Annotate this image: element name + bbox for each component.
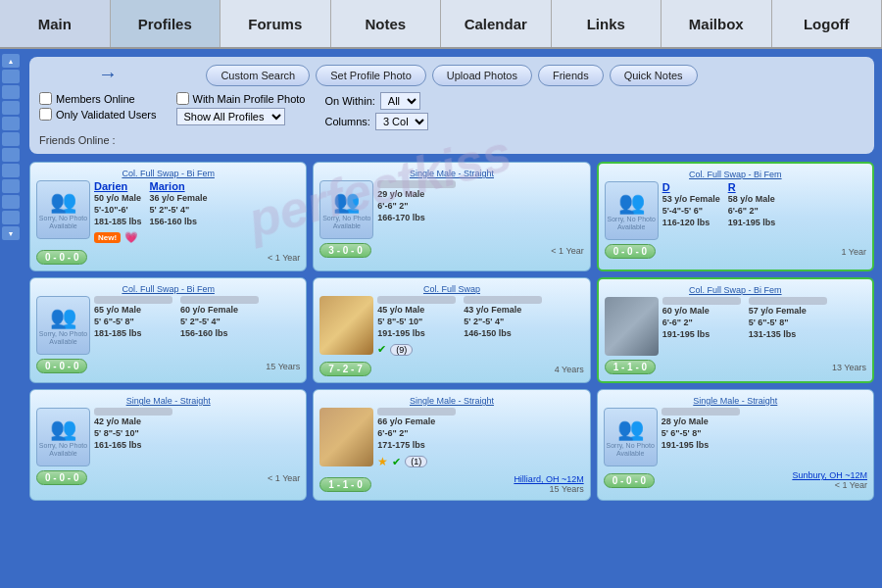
sidebar-btn-2[interactable] xyxy=(2,70,20,83)
footer-right: 1 Year xyxy=(841,247,866,257)
friends-button[interactable]: Friends xyxy=(538,65,604,86)
height-2: 5' 2"-5' 4" xyxy=(180,317,259,326)
no-photo-text: Sorry, No Photo Available xyxy=(606,216,658,232)
quick-notes-button[interactable]: Quick Notes xyxy=(610,65,698,86)
nav-profiles[interactable]: Profiles xyxy=(111,0,221,47)
score-badge: 0 - 0 - 0 xyxy=(36,359,87,373)
profile-type[interactable]: Single Male - Straight xyxy=(604,396,867,406)
location-link[interactable]: Sunbury, OH ~12M xyxy=(792,470,867,480)
search-bar: ← Custom Search Set Profile Photo Upload… xyxy=(29,57,874,154)
extra-top: ✔(9) xyxy=(377,343,583,356)
upload-photos-button[interactable]: Upload Photos xyxy=(432,65,532,86)
weight-1: 166-170 lbs xyxy=(377,213,456,222)
name-link-2[interactable]: Marion xyxy=(150,180,208,192)
sidebar-btn-6[interactable] xyxy=(2,132,20,146)
person-names: 42 y/o Male 5' 8"-5' 10" 161-165 lbs xyxy=(94,408,300,451)
profile-type[interactable]: Col. Full Swap - Bi Fem xyxy=(36,284,300,294)
score-badge: 7 - 2 - 7 xyxy=(319,362,370,376)
profile-type[interactable]: Col. Full Swap - Bi Fem xyxy=(36,169,300,178)
person-names: 28 y/o Male 5' 6"-5' 8" 191-195 lbs xyxy=(662,408,867,451)
person-names: 45 y/o Male 5' 8"-5' 10" 191-195 lbs 43 … xyxy=(377,296,583,339)
sidebar-btn-9[interactable] xyxy=(2,179,20,193)
on-within-select[interactable]: All xyxy=(380,92,420,110)
height-2: 5' 2"-5' 4" xyxy=(464,317,542,326)
nav-logoff[interactable]: Logoff xyxy=(772,0,883,47)
height-1: 6'-6" 2" xyxy=(662,318,741,327)
photo-placeholder: 👥 Sorry, No Photo Available xyxy=(604,408,658,466)
height-2: 5' 6"-5' 8" xyxy=(749,318,827,327)
photo-filter-group: With Main Profile Photo Show All Profile… xyxy=(176,92,306,125)
nav-forums[interactable]: Forums xyxy=(220,0,331,47)
no-photo-text: Sorry, No Photo Available xyxy=(320,215,372,231)
with-main-photo-checkbox[interactable] xyxy=(176,92,189,105)
time-text: 1 Year xyxy=(841,247,866,257)
with-main-photo-label: With Main Profile Photo xyxy=(193,93,306,105)
sidebar-btn-8[interactable] xyxy=(2,164,20,177)
left-sidebar: ▲ ▼ xyxy=(0,49,22,588)
sidebar-btn-7[interactable] xyxy=(2,148,20,162)
score-badge: 1 - 1 - 0 xyxy=(319,477,370,492)
no-photo-text: Sorry, No Photo Available xyxy=(37,330,89,347)
profile-type[interactable]: Single Male - Straight xyxy=(319,396,583,406)
profile-select-group: Show All Profiles xyxy=(176,108,306,125)
only-validated-checkbox[interactable] xyxy=(39,108,52,121)
columns-select[interactable]: 3 Col xyxy=(375,113,428,130)
nav-calendar[interactable]: Calendar xyxy=(441,0,552,47)
card-info: 42 y/o Male 5' 8"-5' 10" 161-165 lbs xyxy=(94,408,300,466)
custom-search-button[interactable]: Custom Search xyxy=(206,65,310,86)
age-2: 57 y/o Female xyxy=(749,306,827,316)
blurred-name-2 xyxy=(749,297,827,305)
height-2: 5' 2"-5' 4" xyxy=(150,205,208,215)
footer-right: 4 Years xyxy=(555,365,584,374)
person-col-1: 45 y/o Male 5' 8"-5' 10" 191-195 lbs xyxy=(377,296,456,339)
name-link-2[interactable]: R xyxy=(728,181,776,193)
arrow-annotation: ← xyxy=(98,63,118,85)
footer-right: 15 Years xyxy=(266,362,300,371)
sidebar-btn-4[interactable] xyxy=(2,101,20,115)
sidebar-btn-1[interactable]: ▲ xyxy=(2,54,20,68)
name-link-1[interactable]: D xyxy=(662,181,720,193)
sidebar-btn-10[interactable] xyxy=(2,195,20,209)
person-col-1: 65 y/o Male 5' 6"-5' 8" 181-185 lbs xyxy=(94,296,172,339)
card-info: 45 y/o Male 5' 8"-5' 10" 191-195 lbs 43 … xyxy=(377,296,583,358)
weight-1: 191-195 lbs xyxy=(662,440,740,450)
profile-type[interactable]: Col. Full Swap - Bi Fem xyxy=(605,285,866,295)
members-online-label: Members Online xyxy=(56,93,135,105)
nav-main[interactable]: Main xyxy=(0,0,111,47)
profile-type[interactable]: Col. Full Swap - Bi Fem xyxy=(605,170,866,179)
extra-top: ★ ✔(1) xyxy=(377,455,583,468)
location-link[interactable]: Hilliard, OH ~12M xyxy=(514,474,583,484)
sidebar-btn-5[interactable] xyxy=(2,117,20,130)
nav-links[interactable]: Links xyxy=(552,0,662,47)
members-online-checkbox[interactable] xyxy=(39,92,52,105)
nav-notes[interactable]: Notes xyxy=(331,0,442,47)
profile-card: Col. Full Swap - Bi Fem 👥 Sorry, No Phot… xyxy=(29,277,307,383)
name-link-1[interactable]: Darien xyxy=(94,180,142,192)
nav-mailbox[interactable]: Mailbox xyxy=(662,0,772,47)
weight-2: 191-195 lbs xyxy=(728,218,776,227)
blurred-name-1 xyxy=(94,296,172,304)
profile-type[interactable]: Col. Full Swap xyxy=(319,284,583,294)
footer-right: < 1 Year xyxy=(268,253,300,263)
person-names: 29 y/o Male 6'-6" 2" 166-170 lbs xyxy=(377,180,583,223)
set-profile-photo-button[interactable]: Set Profile Photo xyxy=(316,65,426,86)
check-count: (9) xyxy=(390,344,413,356)
sidebar-btn-11[interactable] xyxy=(2,211,20,224)
profile-card: Single Male - Straight 66 y/o Female 6'-… xyxy=(313,389,590,501)
profile-card: Single Male - Straight 👥 Sorry, No Photo… xyxy=(29,389,307,501)
footer-right: Sunbury, OH ~12M < 1 Year xyxy=(792,470,867,490)
person-names: 66 y/o Female 6'-6" 2" 171-175 lbs xyxy=(377,408,583,451)
sidebar-btn-3[interactable] xyxy=(2,85,20,99)
score-badge: 0 - 0 - 0 xyxy=(605,244,656,259)
person-col-1: 66 y/o Female 6'-6" 2" 171-175 lbs xyxy=(377,408,456,451)
profile-type[interactable]: Single Male - Straight xyxy=(319,169,583,178)
height-1: 5'-10"-6' xyxy=(94,205,142,215)
card-footer: 0 - 0 - 0 15 Years xyxy=(36,359,300,373)
profile-photo xyxy=(319,408,373,466)
sidebar-btn-12[interactable]: ▼ xyxy=(2,226,20,240)
card-footer: 0 - 0 - 0 Sunbury, OH ~12M < 1 Year xyxy=(604,470,867,490)
columns-label: Columns: xyxy=(324,116,369,127)
profile-type[interactable]: Single Male - Straight xyxy=(36,396,300,406)
show-profiles-select[interactable]: Show All Profiles xyxy=(176,108,285,125)
score-badge: 0 - 0 - 0 xyxy=(36,470,87,485)
